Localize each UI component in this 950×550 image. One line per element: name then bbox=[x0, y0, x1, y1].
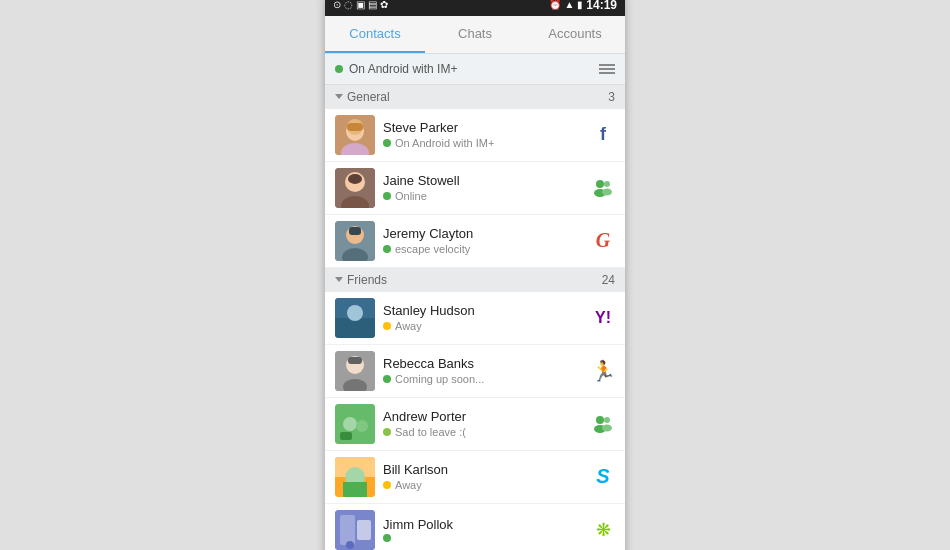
contact-status-stanley-hudson: Away bbox=[383, 320, 583, 332]
svg-rect-37 bbox=[343, 482, 367, 497]
svg-point-21 bbox=[347, 305, 363, 321]
contact-andrew-porter[interactable]: Andrew Porter Sad to leave :( bbox=[325, 398, 625, 451]
alarm-icon: ⏰ bbox=[549, 0, 561, 10]
battery-icon: ▮ bbox=[577, 0, 583, 10]
svg-point-41 bbox=[346, 541, 354, 549]
contact-status-jimm-pollok bbox=[383, 534, 583, 542]
tab-contacts[interactable]: Contacts bbox=[325, 16, 425, 53]
svg-point-10 bbox=[596, 180, 604, 188]
online-dot bbox=[335, 65, 343, 73]
contact-info-rebecca-banks: Rebecca Banks Coming up soon... bbox=[383, 356, 583, 385]
service-icon-jeremy-clayton: G bbox=[591, 229, 615, 253]
status-dot-rebecca-banks bbox=[383, 375, 391, 383]
section-friends-count: 24 bbox=[602, 273, 615, 287]
contact-status-jeremy-clayton: escape velocity bbox=[383, 243, 583, 255]
contact-status-steve-parker: On Android with IM+ bbox=[383, 137, 583, 149]
menu-line-1 bbox=[599, 64, 615, 66]
triangle-icon-friends bbox=[335, 277, 343, 282]
section-general-count: 3 bbox=[608, 90, 615, 104]
svg-point-13 bbox=[602, 188, 612, 195]
status-bar: ⊙ ◌ ▣ ▤ ✿ ⏰ ▲ ▮ 14:19 bbox=[325, 0, 625, 16]
contact-info-steve-parker: Steve Parker On Android with IM+ bbox=[383, 120, 583, 149]
section-friends[interactable]: Friends 24 bbox=[325, 268, 625, 292]
online-text: On Android with IM+ bbox=[349, 62, 457, 76]
contact-stanley-hudson[interactable]: Stanley Hudson Away Y! bbox=[325, 292, 625, 345]
avatar-stanley-hudson bbox=[335, 298, 375, 338]
avatar-jaine-stowell bbox=[335, 168, 375, 208]
status-text-jeremy-clayton: escape velocity bbox=[395, 243, 470, 255]
service-icon-rebecca-banks: 🏃 bbox=[591, 359, 615, 383]
status-icon-4: ▤ bbox=[368, 0, 377, 10]
svg-point-33 bbox=[602, 424, 612, 431]
contact-steve-parker[interactable]: Steve Parker On Android with IM+ f bbox=[325, 109, 625, 162]
avatar-rebecca-banks bbox=[335, 351, 375, 391]
status-text-stanley-hudson: Away bbox=[395, 320, 422, 332]
section-general-left: General bbox=[335, 90, 390, 104]
status-icon-5: ✿ bbox=[380, 0, 388, 10]
status-text-rebecca-banks: Coming up soon... bbox=[395, 373, 484, 385]
contact-jaine-stowell[interactable]: Jaine Stowell Online bbox=[325, 162, 625, 215]
wifi-icon: ▲ bbox=[564, 0, 574, 10]
contact-name-steve-parker: Steve Parker bbox=[383, 120, 583, 135]
status-text-andrew-porter: Sad to leave :( bbox=[395, 426, 466, 438]
contact-info-bill-karlson: Bill Karlson Away bbox=[383, 462, 583, 491]
status-icon-2: ◌ bbox=[344, 0, 353, 10]
tab-bar: Contacts Chats Accounts bbox=[325, 16, 625, 54]
contact-info-jeremy-clayton: Jeremy Clayton escape velocity bbox=[383, 226, 583, 255]
avatar-jeremy-clayton bbox=[335, 221, 375, 261]
status-text-bill-karlson: Away bbox=[395, 479, 422, 491]
contact-status-bill-karlson: Away bbox=[383, 479, 583, 491]
menu-icon[interactable] bbox=[599, 64, 615, 74]
contact-status-rebecca-banks: Coming up soon... bbox=[383, 373, 583, 385]
svg-rect-5 bbox=[347, 123, 363, 131]
online-bar-left: On Android with IM+ bbox=[335, 62, 457, 76]
avatar-jimm-pollok bbox=[335, 510, 375, 550]
contact-bill-karlson[interactable]: Bill Karlson Away S bbox=[325, 451, 625, 504]
contact-rebecca-banks[interactable]: Rebecca Banks Coming up soon... 🏃 bbox=[325, 345, 625, 398]
contact-info-jaine-stowell: Jaine Stowell Online bbox=[383, 173, 583, 202]
status-dot-jimm-pollok bbox=[383, 534, 391, 542]
contact-jeremy-clayton[interactable]: Jeremy Clayton escape velocity G bbox=[325, 215, 625, 268]
contact-name-jimm-pollok: Jimm Pollok bbox=[383, 517, 583, 532]
menu-line-3 bbox=[599, 72, 615, 74]
tab-accounts[interactable]: Accounts bbox=[525, 16, 625, 53]
aim-running-icon: 🏃 bbox=[591, 359, 616, 383]
status-dot-jaine-stowell bbox=[383, 192, 391, 200]
status-dot-bill-karlson bbox=[383, 481, 391, 489]
contact-name-jeremy-clayton: Jeremy Clayton bbox=[383, 226, 583, 241]
online-bar: On Android with IM+ bbox=[325, 54, 625, 85]
contact-name-rebecca-banks: Rebecca Banks bbox=[383, 356, 583, 371]
gtalk2-people-icon bbox=[592, 413, 614, 435]
tab-chats[interactable]: Chats bbox=[425, 16, 525, 53]
facebook-icon: f bbox=[600, 124, 606, 145]
contact-info-andrew-porter: Andrew Porter Sad to leave :( bbox=[383, 409, 583, 438]
status-bar-right: ⏰ ▲ ▮ 14:19 bbox=[549, 0, 617, 12]
status-dot-steve-parker bbox=[383, 139, 391, 147]
icq-flower-icon: ❋ bbox=[596, 519, 611, 541]
triangle-icon bbox=[335, 94, 343, 99]
phone-container: ⊙ ◌ ▣ ▤ ✿ ⏰ ▲ ▮ 14:19 Contacts Chats Acc… bbox=[325, 0, 625, 550]
section-general[interactable]: General 3 bbox=[325, 85, 625, 109]
skype-icon: S bbox=[596, 465, 609, 488]
contact-name-bill-karlson: Bill Karlson bbox=[383, 462, 583, 477]
contact-name-stanley-hudson: Stanley Hudson bbox=[383, 303, 583, 318]
time-display: 14:19 bbox=[586, 0, 617, 12]
contact-jimm-pollok[interactable]: Jimm Pollok ❋ bbox=[325, 504, 625, 551]
svg-point-30 bbox=[596, 416, 604, 424]
google-g-icon: G bbox=[596, 229, 610, 252]
gtalk-people-icon bbox=[592, 177, 614, 199]
menu-line-2 bbox=[599, 68, 615, 70]
service-icon-stanley-hudson: Y! bbox=[591, 306, 615, 330]
avatar-andrew-porter bbox=[335, 404, 375, 444]
avatar-bill-karlson bbox=[335, 457, 375, 497]
service-icon-jimm-pollok: ❋ bbox=[591, 518, 615, 542]
status-text-steve-parker: On Android with IM+ bbox=[395, 137, 494, 149]
svg-point-12 bbox=[604, 181, 610, 187]
status-bar-left: ⊙ ◌ ▣ ▤ ✿ bbox=[333, 0, 388, 10]
svg-point-32 bbox=[604, 417, 610, 423]
svg-rect-17 bbox=[349, 227, 361, 235]
section-general-label: General bbox=[347, 90, 390, 104]
svg-rect-39 bbox=[340, 515, 355, 545]
section-friends-label: Friends bbox=[347, 273, 387, 287]
svg-rect-29 bbox=[340, 432, 352, 440]
